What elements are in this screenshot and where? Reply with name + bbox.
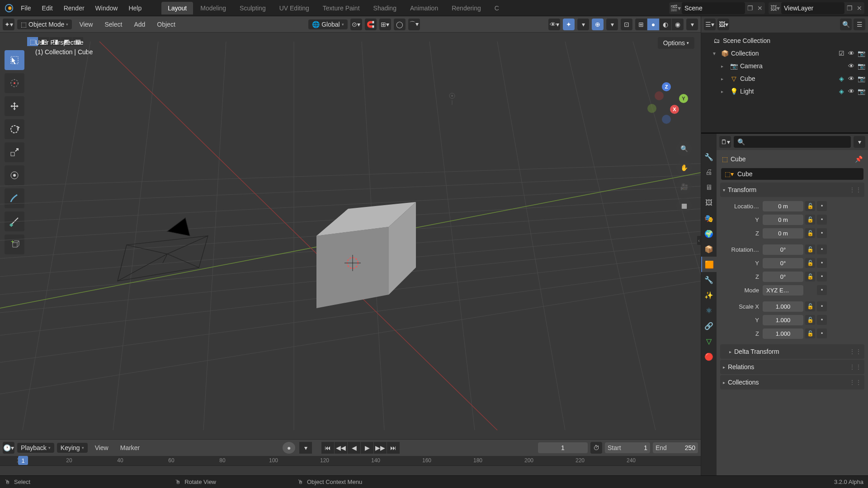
tab-data[interactable]: ▽ [701,333,717,349]
panel-header-collections[interactable]: ▸Collections⋮⋮ [720,375,864,389]
location-z-field[interactable]: 0 m [763,228,803,239]
camera-icon[interactable]: 📷 [857,62,865,70]
pan-icon[interactable]: ✋ [676,160,692,175]
tab-viewlayer[interactable]: 🖼 [701,195,717,211]
outliner-item[interactable]: ▸💡Light◈👁📷 [701,85,868,98]
tab-world[interactable]: 🌍 [701,226,717,241]
rotation-mode-dropdown[interactable]: XYZ E… [763,285,803,296]
checkbox-icon[interactable]: ☑ [837,50,845,57]
tool-transform[interactable] [5,165,24,185]
end-frame-field[interactable]: End250 [653,442,698,453]
axis-neg-x[interactable] [655,91,664,100]
xray-toggle[interactable]: ⊡ [621,19,632,30]
keyframe-dot-icon[interactable]: • [817,215,827,225]
navigation-gizmo[interactable]: Z Y X [644,82,689,127]
new-scene-icon[interactable]: ❐ [745,2,755,14]
overlay-options[interactable]: ▾ [606,19,618,30]
object-name-field[interactable]: ⬚▾ Cube [721,168,863,180]
playback-menu[interactable]: Playback▾ [17,443,54,453]
preview-range-icon[interactable]: ⏱ [590,442,602,454]
new-viewlayer-icon[interactable]: ❐ [844,2,854,14]
vp-menu-view[interactable]: View [75,19,97,30]
location-y-field[interactable]: 0 m [763,215,803,225]
timeline-track[interactable]: 120406080100120140160180200220240 1 [0,456,701,475]
lock-icon[interactable]: 🔓 [805,244,815,254]
lock-icon[interactable]: 🔓 [805,201,815,211]
axis-z[interactable]: Z [662,82,671,91]
play-reverse-icon[interactable]: ◀ [348,442,360,454]
shading-material[interactable]: ◐ [660,19,671,30]
axis-x[interactable]: X [670,105,679,114]
tab-constraints[interactable]: 🔗 [701,318,717,333]
playhead[interactable]: 1 [18,456,28,465]
keying-menu[interactable]: Keying▾ [57,443,88,453]
tab-modeling[interactable]: Modeling [194,2,232,14]
drag-icon[interactable]: ⋮⋮ [849,363,862,371]
rotation-z-field[interactable]: 0° [763,272,803,282]
tab-layout[interactable]: Layout [161,2,193,14]
eye-icon[interactable]: 👁 [847,88,855,95]
tab-render[interactable]: 🖨 [701,164,717,180]
drag-icon[interactable]: ⋮⋮ [849,348,862,355]
menu-file[interactable]: File [16,3,36,14]
keyframe-dot-icon[interactable]: • [817,244,827,254]
tool-select-box[interactable] [5,50,24,70]
selectable-icon[interactable]: ◈ [837,75,845,82]
shading-rendered[interactable]: ◉ [672,19,684,30]
scene-selector[interactable]: 🎬▾ Scene ❐ ✕ [669,2,765,14]
keyframe-dot-icon[interactable]: • [817,328,827,338]
menu-help[interactable]: Help [124,3,146,14]
outliner-item[interactable]: ▸📷Camera👁📷 [701,60,868,72]
eye-icon[interactable]: 👁 [847,62,855,70]
vp-menu-select[interactable]: Select [100,19,127,30]
viewport-options-button[interactable]: Options ▾ [658,37,694,49]
vp-menu-add[interactable]: Add [129,19,150,30]
tool-add-cube[interactable]: + [5,235,24,254]
tab-physics[interactable]: ⚛ [701,303,717,318]
zoom-icon[interactable]: 🔍 [676,141,692,156]
keyframe-dot-icon[interactable]: • [817,285,827,295]
start-frame-field[interactable]: Start1 [605,442,650,453]
selectable-icon[interactable]: ◈ [837,88,845,95]
outliner-collection[interactable]: ▼ 📦 Collection ☑ 👁 📷 [701,47,868,60]
editor-type-icon[interactable]: ✦▾ [3,19,14,30]
scale-y-field[interactable]: 1.000 [763,315,803,325]
viewlayer-selector[interactable]: 🖼▾ ViewLayer ❐ ✕ [769,2,864,14]
disclosure-icon[interactable]: ▸ [721,89,727,94]
options-icon[interactable]: ▾ [854,136,865,148]
tab-sculpting[interactable]: Sculpting [233,2,272,14]
axis-neg-y[interactable] [647,104,656,113]
auto-keyframe-toggle[interactable]: ● [283,442,295,454]
keyframe-next-icon[interactable]: ▶▶ [374,442,387,454]
tab-texture-paint[interactable]: Texture Paint [316,2,366,14]
lock-icon[interactable]: 🔓 [805,301,815,311]
shading-wireframe[interactable]: ⊞ [635,19,647,30]
pivot-dropdown[interactable]: ⊙▾ [350,19,362,30]
menu-edit[interactable]: Edit [38,3,57,14]
menu-window[interactable]: Window [91,3,123,14]
snap-options[interactable]: ⊞▾ [379,19,391,30]
tab-shading[interactable]: Shading [367,2,403,14]
tab-particles[interactable]: ✨ [701,287,717,303]
timeline-marker-menu[interactable]: Marker [116,442,145,453]
menu-render[interactable]: Render [59,3,89,14]
keyframe-dot-icon[interactable]: • [817,258,827,268]
timeline-editor-type-icon[interactable]: 🕐▾ [3,442,14,454]
panel-header-transform[interactable]: ▾ Transform ⋮⋮ [720,183,864,197]
properties-search[interactable]: 🔍 [734,136,851,148]
outliner-search-icon[interactable]: 🔍 [840,19,852,30]
camera-icon[interactable]: 📷 [857,88,865,95]
drag-icon[interactable]: ⋮⋮ [849,379,862,386]
tab-rendering[interactable]: Rendering [445,2,487,14]
gizmo-options[interactable]: ▾ [577,19,589,30]
camera-icon[interactable]: 📷 [857,50,865,57]
scene-name[interactable]: Scene [682,2,745,14]
tab-modifiers[interactable]: 🔧 [701,272,717,287]
rotation-y-field[interactable]: 0° [763,258,803,268]
pin-icon[interactable]: 📌 [855,155,863,163]
viewlayer-name[interactable]: ViewLayer [781,2,844,14]
lock-icon[interactable]: 🔓 [805,328,815,338]
disclosure-icon[interactable]: ▼ [712,51,718,56]
lock-icon[interactable]: 🔓 [805,258,815,268]
tab-tool[interactable]: 🔧 [701,149,717,164]
